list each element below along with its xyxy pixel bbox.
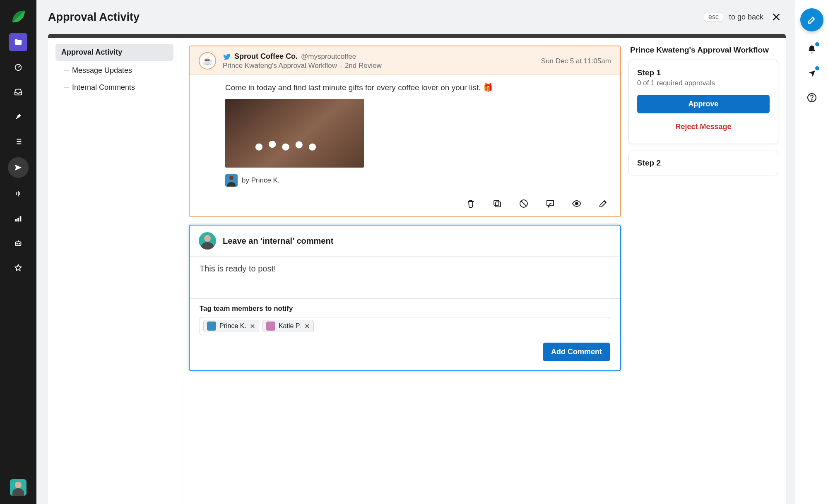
comment-textarea[interactable]: This is ready to post! (190, 257, 620, 298)
nav-user-avatar[interactable] (10, 479, 26, 496)
svg-rect-10 (494, 200, 499, 205)
page-header: Approval Activity esc to go back (36, 0, 795, 34)
left-nav (0, 0, 36, 504)
nav-star-icon[interactable] (9, 259, 27, 277)
nav-pin-icon[interactable] (9, 108, 27, 126)
tag-input[interactable]: Prince K. Katie P. (200, 317, 610, 335)
side-tab-internal-comments[interactable]: Internal Comments (55, 79, 173, 96)
notifications-icon[interactable] (804, 42, 819, 57)
message-actions (190, 194, 620, 216)
reject-button[interactable]: Reject Message (637, 118, 770, 135)
svg-rect-2 (17, 218, 19, 221)
nav-audio-icon[interactable] (9, 185, 27, 203)
right-rail (795, 0, 828, 504)
workflow-step-1: Step 1 0 of 1 required approvals Approve… (628, 60, 778, 144)
side-column: Approval Activity Message Updates Intern… (48, 38, 181, 504)
comment-title: Leave an 'internal' comment (223, 236, 333, 246)
esc-key-hint: esc (704, 12, 723, 22)
workflow-line: Prince Kwateng's Approval Workflow – 2nd… (223, 62, 541, 70)
feedback-icon[interactable] (804, 66, 819, 81)
workflow-column: Prince Kwateng's Approval Workflow Step … (628, 38, 786, 504)
commenter-avatar (199, 232, 216, 250)
nav-analytics-icon[interactable] (9, 209, 27, 228)
svg-rect-9 (496, 202, 501, 207)
message-timestamp: Sun Dec 5 at 11:05am (541, 57, 611, 65)
approve-button[interactable]: Approve (637, 95, 770, 113)
step1-subtitle: 0 of 1 required approvals (637, 79, 770, 87)
main-panel: Approval Activity Message Updates Intern… (48, 34, 786, 504)
help-icon[interactable] (804, 90, 819, 105)
compose-button[interactable] (800, 8, 823, 31)
delete-icon[interactable] (465, 198, 476, 209)
chip-name: Prince K. (219, 322, 246, 330)
account-handle: @mysproutcoffee (301, 53, 356, 61)
nav-inbox-icon[interactable] (9, 83, 27, 101)
tag-chip: Prince K. (203, 320, 259, 332)
tag-chip: Katie P. (262, 320, 314, 332)
message-text: Come in today and find last minute gifts… (225, 83, 609, 92)
account-name: Sprout Coffee Co. (234, 52, 298, 61)
svg-point-8 (811, 100, 812, 101)
chip-remove-icon[interactable] (250, 323, 255, 329)
svg-point-5 (17, 243, 17, 244)
message-image[interactable] (225, 99, 364, 168)
block-icon[interactable] (518, 198, 529, 209)
nav-dashboard-icon[interactable] (9, 58, 27, 76)
svg-rect-3 (20, 216, 22, 222)
svg-rect-1 (15, 219, 17, 222)
step1-title: Step 1 (637, 68, 770, 77)
author-label: by Prince K. (242, 176, 280, 185)
add-comment-button[interactable]: Add Comment (543, 343, 610, 361)
close-button[interactable] (769, 10, 783, 24)
chip-remove-icon[interactable] (304, 323, 310, 329)
comment-card: Leave an 'internal' comment This is read… (189, 225, 621, 371)
sprout-logo (10, 8, 26, 25)
comment-draft-text: This is ready to post! (200, 264, 610, 274)
nav-bot-icon[interactable] (9, 234, 27, 252)
profile-icon: ☕ (199, 52, 216, 70)
message-card: ☕ Sprout Coffee Co. @mysproutcoffee Prin… (189, 46, 621, 217)
svg-point-12 (575, 202, 578, 205)
chip-avatar (266, 322, 275, 331)
copy-icon[interactable] (492, 198, 503, 209)
message-header: ☕ Sprout Coffee Co. @mysproutcoffee Prin… (190, 46, 620, 74)
edit-icon[interactable] (598, 198, 609, 209)
svg-point-6 (19, 243, 20, 244)
nav-folder-icon[interactable] (9, 33, 27, 51)
go-back-text: to go back (729, 13, 763, 22)
comment-icon[interactable] (545, 198, 556, 209)
notification-dot (815, 42, 819, 46)
twitter-icon (223, 53, 231, 61)
chip-avatar (207, 322, 216, 331)
main-column: ☕ Sprout Coffee Co. @mysproutcoffee Prin… (181, 38, 628, 504)
nav-list-icon[interactable] (9, 132, 27, 151)
tag-label: Tag team members to notify (200, 305, 610, 313)
author-avatar (225, 174, 238, 187)
side-tab-message-updates[interactable]: Message Updates (55, 62, 173, 79)
workflow-step-2[interactable]: Step 2 (628, 151, 778, 175)
page-title: Approval Activity (48, 11, 140, 24)
chip-name: Katie P. (279, 322, 301, 330)
feedback-dot (815, 66, 819, 70)
workflow-title: Prince Kwateng's Approval Workflow (628, 46, 778, 55)
side-tab-approval-activity[interactable]: Approval Activity (55, 44, 173, 61)
nav-publish-icon[interactable] (8, 157, 29, 178)
preview-icon[interactable] (571, 198, 582, 209)
